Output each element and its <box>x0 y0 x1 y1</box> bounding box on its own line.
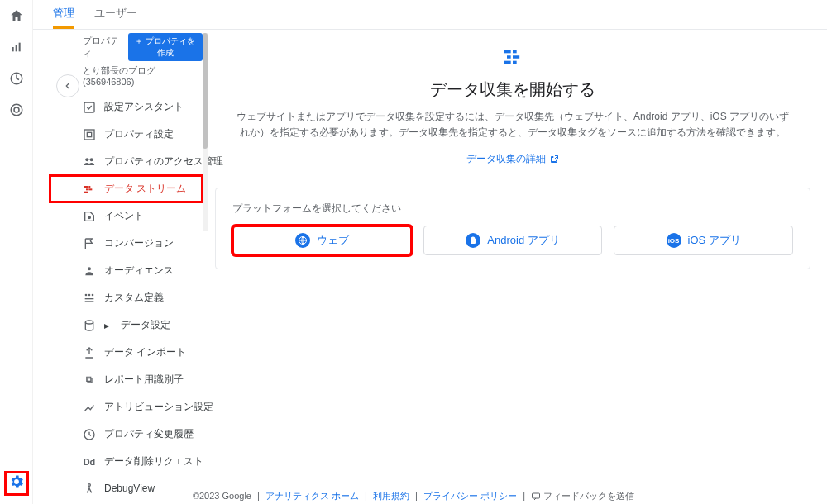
footer-copyright: ©2023 Google <box>193 491 251 501</box>
svg-point-18 <box>85 293 88 296</box>
sidebar-item-change-history[interactable]: プロパティ変更履歴 <box>50 421 203 448</box>
admin-tabs: 管理 ユーザー <box>33 0 827 30</box>
svg-rect-34 <box>513 61 517 64</box>
ios-icon: iOS <box>667 233 681 248</box>
svg-rect-30 <box>513 50 517 54</box>
property-sidebar: プロパティ ＋ プロパティを作成 とり部長のブログ (356946806) 設定… <box>50 33 203 479</box>
svg-rect-7 <box>84 130 94 140</box>
home-icon[interactable] <box>9 8 24 23</box>
svg-point-19 <box>88 293 91 296</box>
sidebar-item-label: カスタム定義 <box>104 291 164 305</box>
platform-ios-label: iOS アプリ <box>688 233 741 248</box>
android-icon <box>466 233 480 248</box>
data-stream-icon <box>83 183 96 196</box>
svg-rect-6 <box>84 102 94 112</box>
svg-point-10 <box>90 158 93 161</box>
svg-rect-32 <box>513 55 519 59</box>
svg-rect-21 <box>85 298 94 299</box>
feedback-icon <box>531 492 541 502</box>
flag-icon <box>83 237 96 250</box>
web-icon <box>295 233 310 248</box>
explore-icon[interactable] <box>9 71 24 86</box>
reports-icon[interactable] <box>9 40 24 55</box>
svg-rect-13 <box>86 188 88 190</box>
property-label: プロパティ <box>83 35 122 59</box>
platform-web-label: ウェブ <box>317 233 349 248</box>
history-icon <box>83 428 96 441</box>
tab-user[interactable]: ユーザー <box>94 0 137 29</box>
svg-rect-33 <box>504 61 511 64</box>
footer-home-link[interactable]: アナリティクス ホーム <box>265 491 359 501</box>
external-link-icon <box>549 155 559 164</box>
svg-rect-15 <box>84 191 88 193</box>
sidebar-item-label: アトリビューション設定 <box>104 400 213 414</box>
svg-rect-22 <box>85 301 94 302</box>
svg-rect-29 <box>504 50 511 54</box>
platform-web-button[interactable]: ウェブ <box>232 226 412 255</box>
sidebar-item-label: データ インポート <box>104 345 186 359</box>
sidebar-item-data-import[interactable]: データ インポート <box>50 339 203 366</box>
events-icon <box>83 210 96 223</box>
data-stream-hero-icon <box>501 45 524 69</box>
advertising-icon[interactable] <box>9 102 24 117</box>
sidebar-scrollbar-thumb[interactable] <box>203 33 208 149</box>
platform-ios-button[interactable]: iOS iOS アプリ <box>614 226 793 255</box>
platform-card: プラットフォームを選択してください ウェブ Android アプリ iOS iO… <box>215 188 810 269</box>
footer-feedback-link[interactable]: フィードバックを送信 <box>543 491 634 501</box>
svg-point-25 <box>88 484 91 487</box>
sidebar-item-conversions[interactable]: コンバージョン <box>50 230 203 257</box>
sidebar-item-label: プロパティ変更履歴 <box>104 427 194 441</box>
svg-point-23 <box>85 321 93 324</box>
svg-point-4 <box>11 104 22 116</box>
svg-rect-11 <box>84 186 88 188</box>
sidebar-item-custom-definitions[interactable]: カスタム定義 <box>50 284 203 311</box>
main-content: データ収集を開始する ウェブサイトまたはアプリでデータ収集を設定するには、データ… <box>215 37 810 269</box>
sidebar-item-access-management[interactable]: プロパティのアクセス管理 <box>50 148 203 175</box>
hero-title: データ収集を開始する <box>232 78 794 101</box>
footer-terms-link[interactable]: 利用規約 <box>373 491 409 501</box>
svg-point-9 <box>85 158 88 161</box>
sidebar-item-reporting-identity[interactable]: ⧉ レポート用識別子 <box>50 366 203 393</box>
sidebar-item-attribution[interactable]: アトリビューション設定 <box>50 393 203 421</box>
sidebar-item-label: プロパティ設定 <box>104 127 174 141</box>
sidebar-item-audiences[interactable]: オーディエンス <box>50 257 203 284</box>
sidebar-item-label: データ削除リクエスト <box>104 454 203 468</box>
chevron-right-icon: ▸ <box>104 320 109 331</box>
svg-point-5 <box>14 107 19 112</box>
learn-more-link[interactable]: データ収集の詳細 <box>466 152 559 166</box>
hero-description: ウェブサイトまたはアプリでデータ収集を設定するには、データ収集先（ウェブサイト、… <box>232 109 794 140</box>
sidebar-item-data-settings[interactable]: ▸ データ設定 <box>50 311 203 339</box>
sidebar-item-property-settings[interactable]: プロパティ設定 <box>50 121 203 148</box>
database-icon <box>83 319 96 332</box>
svg-point-16 <box>88 216 91 219</box>
footer: ©2023 Google | アナリティクス ホーム | 利用規約 | プライバ… <box>0 490 827 502</box>
sidebar-list: 設定アシスタント プロパティ設定 プロパティのアクセス管理 データ ストリーム … <box>50 93 203 502</box>
sidebar-item-label: レポート用識別子 <box>104 373 184 387</box>
custom-def-icon <box>83 292 96 305</box>
svg-rect-14 <box>88 188 92 190</box>
svg-rect-12 <box>88 186 90 188</box>
sidebar-item-label: 設定アシスタント <box>104 100 184 114</box>
create-property-button[interactable]: ＋ プロパティを作成 <box>128 33 203 61</box>
upload-icon <box>83 346 96 359</box>
sidebar-item-label: データ ストリーム <box>104 182 186 196</box>
platform-label: プラットフォームを選択してください <box>232 202 793 216</box>
learn-more-label: データ収集の詳細 <box>466 152 546 166</box>
sidebar-item-events[interactable]: イベント <box>50 202 203 230</box>
back-button[interactable] <box>56 74 79 97</box>
platform-android-button[interactable]: Android アプリ <box>423 226 603 255</box>
sidebar-item-setup-assistant[interactable]: 設定アシスタント <box>50 93 203 121</box>
svg-point-20 <box>92 293 94 296</box>
sidebar-item-data-deletion[interactable]: Dd データ削除リクエスト <box>50 448 203 475</box>
footer-privacy-link[interactable]: プライバシー ポリシー <box>423 491 517 501</box>
tab-admin[interactable]: 管理 <box>53 0 74 29</box>
id-icon: ⧉ <box>83 373 96 387</box>
attribution-icon <box>83 401 96 414</box>
svg-rect-8 <box>87 132 91 136</box>
sidebar-item-data-streams[interactable]: データ ストリーム <box>50 175 203 202</box>
people-icon <box>83 155 96 169</box>
svg-rect-1 <box>15 45 17 51</box>
audience-icon <box>83 264 96 278</box>
hero: データ収集を開始する ウェブサイトまたはアプリでデータ収集を設定するには、データ… <box>215 37 810 183</box>
sidebar-item-label: データ設定 <box>121 318 170 332</box>
